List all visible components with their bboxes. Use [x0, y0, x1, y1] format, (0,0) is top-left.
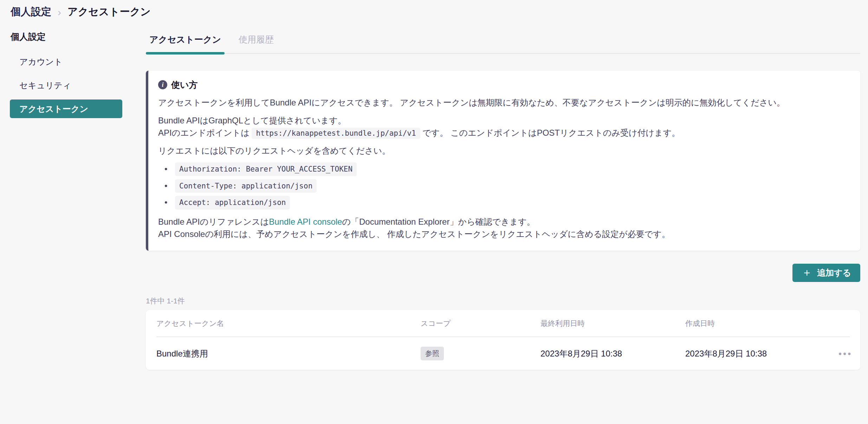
info-console-note: API Consoleの利用には、予めアクセストークンを作成し、 作成したアクセ… — [158, 229, 670, 239]
main-content: アクセストークン 使用履歴 i 使い方 アクセストークンを利用してBundle … — [146, 20, 860, 370]
sidebar-item-security[interactable]: セキュリティ — [10, 76, 122, 95]
pagination-summary: 1件中 1-1件 — [146, 296, 860, 306]
bundle-api-console-link[interactable]: Bundle API console — [269, 217, 342, 226]
page-layout: 個人設定 アカウント セキュリティ アクセストークン アクセストークン 使用履歴… — [0, 20, 868, 370]
last-used-cell: 2023年8月29日 10:38 — [540, 348, 685, 359]
scope-cell: 参照 — [421, 347, 540, 360]
add-token-button-label: 追加する — [817, 267, 851, 278]
request-headers-list: Authorization: Bearer YOUR_ACCESS_TOKEN … — [164, 162, 849, 209]
list-item: Content-Type: application/json — [164, 179, 849, 193]
list-item: Authorization: Bearer YOUR_ACCESS_TOKEN — [164, 162, 849, 176]
sidebar-header: 個人設定 — [10, 31, 122, 43]
actions-row: ＋ 追加する — [146, 264, 860, 282]
column-header-scope: スコープ — [421, 319, 540, 328]
info-endpoint-prefix: APIのエンドポイントは — [158, 128, 252, 137]
info-box-title: 使い方 — [171, 78, 198, 91]
sidebar: 個人設定 アカウント セキュリティ アクセストークン — [10, 20, 122, 370]
breadcrumb-parent-link[interactable]: 個人設定 — [11, 5, 51, 19]
breadcrumb: 個人設定 › アクセストークン — [0, 0, 868, 20]
plus-icon: ＋ — [802, 267, 812, 279]
tab-usage-history[interactable]: 使用履歴 — [235, 29, 277, 53]
header-authorization-code: Authorization: Bearer YOUR_ACCESS_TOKEN — [175, 162, 357, 176]
header-accept-code: Accept: application/json — [175, 196, 290, 209]
info-icon: i — [158, 80, 167, 89]
info-reference-suffix: の「Documentation Explorer」から確認できます。 — [342, 217, 535, 226]
breadcrumb-current: アクセストークン — [67, 5, 151, 19]
table-row: Bundle連携用 参照 2023年8月29日 10:38 2023年8月29日… — [156, 337, 850, 370]
sidebar-item-account[interactable]: アカウント — [10, 52, 122, 71]
created-cell: 2023年8月29日 10:38 — [685, 348, 836, 359]
breadcrumb-chevron-icon: › — [58, 6, 61, 18]
info-paragraph-headers-intro: リクエストには以下のリクエストヘッダを含めてください。 — [158, 145, 849, 157]
info-paragraph-reference: Bundle APIのリファレンスはBundle API consoleの「Do… — [158, 216, 849, 240]
api-endpoint-code: https://kanappetest.bundle.jp/api/v1 — [252, 128, 420, 139]
list-item: Accept: application/json — [164, 196, 849, 209]
sidebar-item-access-tokens[interactable]: アクセストークン — [10, 99, 122, 118]
info-paragraph-endpoint: Bundle APIはGraphQLとして提供されています。 APIのエンドポイ… — [158, 115, 849, 139]
add-token-button[interactable]: ＋ 追加する — [792, 264, 860, 282]
row-menu-icon[interactable]: ••• — [836, 347, 852, 360]
tokens-table: アクセストークン名 スコープ 最終利用日時 作成日時 Bundle連携用 参照 … — [146, 310, 860, 370]
sidebar-nav: アカウント セキュリティ アクセストークン — [10, 52, 122, 118]
scope-badge: 参照 — [421, 347, 444, 360]
header-content-type-code: Content-Type: application/json — [175, 179, 317, 193]
token-name-cell: Bundle連携用 — [156, 348, 421, 359]
tab-access-tokens[interactable]: アクセストークン — [146, 29, 225, 53]
info-endpoint-suffix: です。 このエンドポイントはPOSTリクエストのみ受け付けます。 — [420, 128, 680, 137]
column-header-created: 作成日時 — [685, 319, 836, 328]
column-header-last-used: 最終利用日時 — [540, 319, 685, 328]
info-box-header: i 使い方 — [158, 78, 849, 91]
tab-bar: アクセストークン 使用履歴 — [146, 29, 860, 54]
info-reference-prefix: Bundle APIのリファレンスは — [158, 217, 269, 226]
table-header-row: アクセストークン名 スコープ 最終利用日時 作成日時 — [156, 310, 850, 337]
info-graphql-line: Bundle APIはGraphQLとして提供されています。 — [158, 116, 346, 125]
usage-info-box: i 使い方 アクセストークンを利用してBundle APIにアクセスできます。 … — [146, 71, 860, 251]
column-header-token-name: アクセストークン名 — [156, 319, 421, 328]
info-paragraph-overview: アクセストークンを利用してBundle APIにアクセスできます。 アクセストー… — [158, 97, 849, 109]
